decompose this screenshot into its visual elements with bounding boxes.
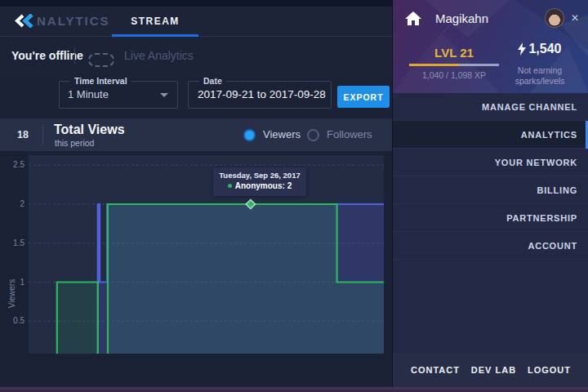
xp-progress-bar [409, 64, 499, 66]
series-dot-icon [228, 184, 232, 188]
status-row: You're offline Live Analytics [0, 38, 392, 74]
tab-stream[interactable]: STREAM [112, 7, 198, 37]
followers-radio[interactable] [307, 129, 319, 141]
spark-bolt-icon [518, 42, 526, 56]
app-header: NALYTICS STREAM [0, 7, 392, 37]
y-axis-title: Viewers [7, 237, 16, 351]
username: Magikahn [435, 11, 488, 25]
app-logo: NALYTICS [15, 14, 110, 28]
export-button[interactable]: EXPORT [337, 86, 390, 108]
y-tick-label: 2.5 [0, 160, 24, 170]
followers-radio-label: Followers [327, 118, 372, 151]
time-interval-value: 1 Minute [68, 82, 109, 108]
controls-row: Time Interval 1 Minute Date 2017-09-21 t… [0, 74, 392, 118]
date-range-input[interactable]: Date 2017-09-21 to 2017-09-28 [188, 81, 332, 109]
sparks-block: 1,540 [504, 41, 576, 56]
sidebar-item-label: ANALYTICS [521, 130, 577, 140]
total-views-count: 18 [17, 118, 29, 151]
offline-status-text: You're offline [11, 38, 83, 74]
viewers-radio-label: Viewers [263, 118, 301, 151]
chart-tooltip: Tuesday, Sep 26, 2017 Anonymous: 2 [213, 167, 306, 196]
profile-header: Magikahn ✕ LVL 21 1,040 / 1,098 XP 1,540… [393, 0, 588, 93]
account-sidebar: Magikahn ✕ LVL 21 1,040 / 1,098 XP 1,540… [392, 0, 588, 387]
viewers-radio[interactable] [243, 129, 256, 141]
contact-link[interactable]: CONTACT [411, 365, 460, 375]
sparks-note: Not earning sparks/levels [504, 65, 576, 87]
chart-subtitle: this period [55, 138, 94, 148]
window-bottom-border [0, 387, 588, 392]
sidebar-item-billing[interactable]: BILLING [393, 176, 588, 204]
sidebar-item-account[interactable]: ACCOUNT [393, 232, 588, 260]
sparks-note-line1: Not earning [504, 65, 576, 76]
xp-text: 1,040 / 1,098 XP [399, 70, 509, 80]
home-icon[interactable] [404, 11, 422, 26]
divider [42, 125, 43, 145]
sidebar-item-manage-channel[interactable]: MANAGE CHANNEL [393, 93, 588, 121]
xp-progress-fill [409, 64, 459, 66]
sidebar-item-analytics[interactable]: ANALYTICS [393, 121, 588, 149]
logout-link[interactable]: LOGOUT [528, 365, 571, 375]
chart-title-row: 18 Total Views this period Viewers Follo… [0, 118, 392, 151]
date-range-value: 2017-09-21 to 2017-09-28 [198, 82, 326, 108]
brand-text: NALYTICS [37, 14, 110, 28]
chart-title: Total Views [54, 122, 125, 137]
tooltip-date: Tuesday, Sep 26, 2017 [213, 171, 306, 180]
sparks-note-line2: sparks/levels [504, 76, 576, 87]
y-tick-label: 2 [0, 199, 24, 209]
live-analytics-toggle[interactable] [88, 53, 114, 67]
sidebar-menu: MANAGE CHANNEL ANALYTICS YOUR NETWORK BI… [393, 93, 588, 260]
tab-active-underline [112, 34, 198, 37]
analytics-panel: NALYTICS STREAM You're offline Live Anal… [0, 0, 392, 387]
sidebar-item-your-network[interactable]: YOUR NETWORK [393, 149, 588, 176]
time-interval-select[interactable]: Time Interval 1 Minute [59, 81, 178, 109]
window-top-strip [0, 0, 392, 7]
close-icon[interactable]: ✕ [571, 12, 579, 24]
divider [74, 47, 75, 64]
chevron-down-icon [160, 93, 168, 97]
avatar[interactable] [545, 8, 564, 28]
chart-canvas [29, 155, 384, 354]
live-analytics-label: Live Analytics [124, 38, 194, 74]
dev-lab-link[interactable]: DEV LAB [471, 365, 516, 375]
tooltip-value: Anonymous: 2 [213, 181, 306, 190]
double-chevron-logo-icon [15, 14, 35, 28]
viewers-line-chart[interactable]: 0.511.522.5 Viewers Tuesday, Sep 26, 201… [0, 151, 392, 359]
sparks-count: 1,540 [528, 42, 561, 56]
level-badge: LVL 21 [409, 46, 499, 60]
sidebar-item-partnership[interactable]: PARTNERSHIP [393, 204, 588, 232]
sidebar-footer: CONTACT DEV LAB LOGOUT [393, 353, 588, 387]
